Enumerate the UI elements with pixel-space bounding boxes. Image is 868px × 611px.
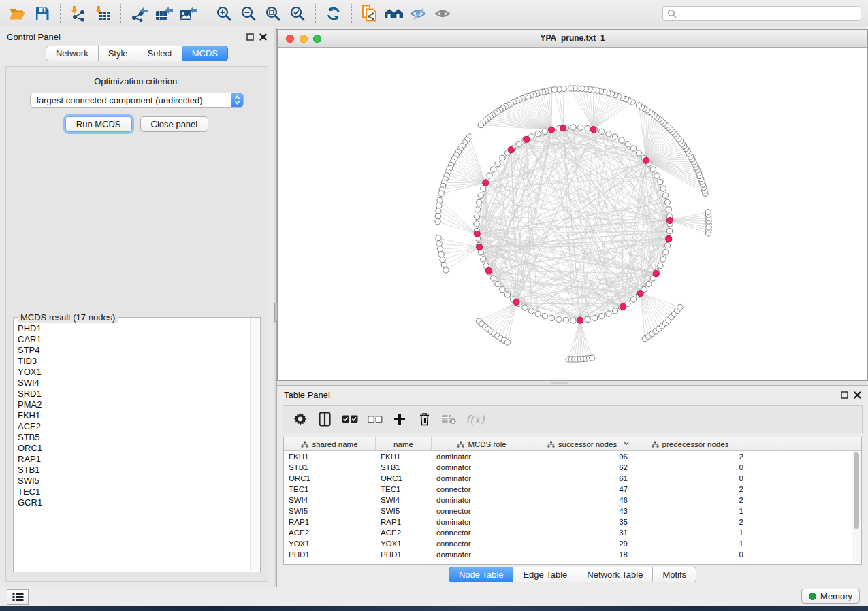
column-header-name[interactable]: name [376, 437, 432, 450]
search-field[interactable] [662, 6, 861, 21]
import-table-icon[interactable] [91, 3, 115, 24]
mcds-result-item[interactable]: CAR1 [18, 334, 249, 345]
mcds-list-scrollbar[interactable] [250, 318, 259, 571]
mcds-result-item[interactable]: TEC1 [18, 486, 249, 497]
delete-table-icon[interactable] [441, 410, 456, 428]
zoom-selected-icon[interactable] [285, 3, 310, 24]
table-mode-gear-icon[interactable] [293, 410, 308, 428]
mcds-result-item[interactable]: ORC1 [18, 443, 249, 454]
save-session-icon[interactable] [30, 3, 54, 24]
table-panel: Table Panel [277, 385, 868, 587]
export-table-icon[interactable] [151, 3, 176, 24]
mcds-result-item[interactable]: PHD1 [18, 323, 249, 334]
import-network-icon[interactable] [66, 3, 91, 24]
show-panel-list-button[interactable] [7, 589, 29, 605]
maximize-window-traffic-light[interactable] [313, 35, 321, 43]
splitter-grip[interactable] [551, 382, 568, 384]
minimize-window-traffic-light[interactable] [300, 35, 308, 43]
shared-column-icon [301, 441, 308, 448]
table-row[interactable]: RAP1RAP1dominator352 [284, 516, 861, 527]
mcds-result-item[interactable]: RAP1 [18, 454, 249, 465]
table-row[interactable]: SWI4SWI4dominator462 [284, 495, 861, 506]
desktop-background-strip [0, 606, 868, 611]
mcds-result-item[interactable]: TID3 [18, 356, 249, 367]
mcds-result-list[interactable]: PHD1CAR1STP4TID3YOX1SWI4SRD1PMA2FKH1ACE2… [18, 323, 249, 569]
function-builder-icon[interactable]: f(x) [466, 410, 484, 428]
memory-status-dot-icon [809, 593, 816, 600]
mcds-result-item[interactable]: SWI4 [18, 378, 249, 389]
delete-columns-trash-icon[interactable] [417, 410, 432, 428]
toolbar-separator [206, 4, 206, 23]
tab-edge-table[interactable]: Edge Table [513, 567, 577, 582]
mcds-result-item[interactable]: SRD1 [18, 389, 249, 399]
close-panel-button[interactable]: Close panel [140, 116, 209, 132]
table-row[interactable]: ACE2ACE2connector311 [284, 527, 861, 538]
tab-network-table[interactable]: Network Table [577, 567, 653, 582]
mcds-result-item[interactable]: YOX1 [18, 367, 249, 378]
float-window-icon[interactable] [841, 391, 848, 399]
toolbar-separator [315, 4, 316, 23]
network-window-titlebar[interactable]: YPA_prune.txt_1 [278, 30, 867, 48]
mcds-result-item[interactable]: SWI5 [18, 476, 249, 486]
deselect-all-icon[interactable] [368, 410, 383, 428]
show-columns-icon[interactable] [317, 410, 332, 428]
mcds-result-item[interactable]: PMA2 [18, 399, 249, 410]
table-header-row: shared namenameMCDS rolesuccessor nodesp… [284, 437, 861, 451]
zoom-fit-icon[interactable] [261, 3, 285, 24]
table-toolbar: f(x) [283, 405, 863, 433]
column-header-successor-nodes[interactable]: successor nodes [532, 437, 632, 450]
column-header-predecessor-nodes[interactable]: predecessor nodes [632, 437, 748, 450]
column-header-MCDS-role[interactable]: MCDS role [432, 437, 532, 450]
close-window-traffic-light[interactable] [286, 35, 294, 43]
table-scrollbar-thumb[interactable] [854, 452, 859, 529]
close-panel-icon[interactable] [259, 33, 267, 41]
search-input[interactable] [677, 8, 856, 19]
memory-button[interactable]: Memory [801, 589, 860, 604]
mcds-result-item[interactable]: STB1 [18, 465, 249, 476]
tab-mcds[interactable]: MCDS [182, 46, 228, 61]
mcds-result-item[interactable]: STB5 [18, 432, 249, 443]
show-all-eye-icon[interactable] [431, 3, 455, 24]
float-window-icon[interactable] [246, 33, 254, 41]
close-panel-icon[interactable] [854, 391, 861, 399]
select-all-icon[interactable] [342, 410, 358, 428]
tab-node-table[interactable]: Node Table [449, 567, 514, 582]
export-image-icon[interactable] [176, 3, 200, 24]
mcds-result-item[interactable]: ACE2 [18, 421, 249, 432]
export-network-icon[interactable] [127, 3, 151, 24]
control-panel-tabbar: NetworkStyleSelectMCDS [0, 46, 274, 61]
table-row[interactable]: TEC1TEC1connector472 [284, 484, 861, 495]
first-neighbors-houses-icon[interactable] [382, 3, 406, 24]
zoom-in-icon[interactable] [212, 3, 236, 24]
table-row[interactable]: PHD1PHD1dominator180 [284, 549, 861, 560]
open-file-icon[interactable] [5, 3, 30, 24]
table-row[interactable]: FKH1FKH1dominator962 [284, 451, 861, 462]
table-row[interactable]: ORC1ORC1dominator610 [284, 473, 861, 484]
tab-select[interactable]: Select [138, 46, 182, 61]
hide-selected-eye-icon[interactable] [406, 3, 431, 24]
tab-style[interactable]: Style [99, 46, 138, 61]
network-canvas[interactable] [278, 47, 867, 380]
toolbar-separator [120, 4, 121, 23]
run-mcds-button[interactable]: Run MCDS [65, 116, 132, 132]
column-header-shared-name[interactable]: shared name [284, 437, 376, 450]
table-row[interactable]: YOX1YOX1connector291 [284, 538, 861, 549]
network-graph[interactable] [278, 47, 868, 380]
refresh-layout-icon[interactable] [321, 3, 346, 24]
tab-network[interactable]: Network [46, 46, 99, 61]
shared-column-icon [457, 441, 464, 448]
table-row[interactable]: SWI5SWI5connector431 [284, 506, 861, 516]
table-scrollbar[interactable] [852, 451, 861, 563]
control-panel-title: Control Panel [7, 32, 61, 42]
mcds-result-item[interactable]: STP4 [18, 345, 249, 356]
criterion-select[interactable]: largest connected component (undirected) [30, 93, 244, 108]
mcds-result-item[interactable]: FKH1 [18, 410, 249, 421]
tab-motifs[interactable]: Motifs [653, 567, 696, 582]
table-row[interactable]: STB1STB1dominator620 [284, 462, 861, 473]
select-stepper-icon [231, 93, 243, 107]
mcds-result-item[interactable]: GCR1 [18, 497, 249, 508]
add-column-icon[interactable] [392, 410, 407, 428]
clone-network-icon[interactable] [357, 3, 382, 24]
zoom-out-icon[interactable] [236, 3, 261, 24]
optimization-criterion-label: Optimization criterion: [6, 76, 268, 86]
